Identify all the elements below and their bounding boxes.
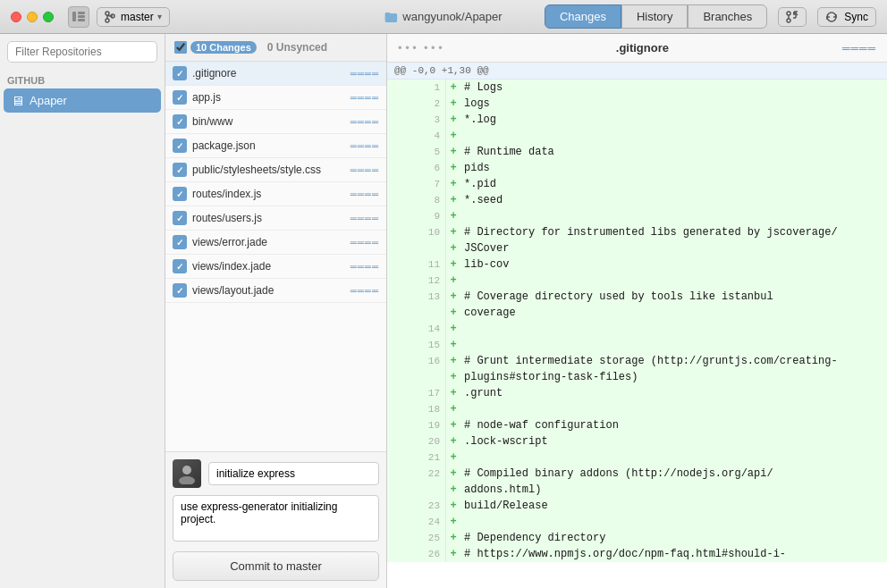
diff-gutter-right: 23 <box>414 498 446 514</box>
tab-history[interactable]: History <box>621 4 688 29</box>
file-item-views-index[interactable]: views/index.jade ════ <box>165 255 386 279</box>
diff-gutter-left <box>387 337 414 353</box>
file-item-routes-users[interactable]: routes/users.js ════ <box>165 206 386 231</box>
diff-sign: + <box>446 192 460 208</box>
diff-action-dots[interactable]: ════ <box>842 42 876 55</box>
diff-sign: + <box>446 417 460 433</box>
filter-repositories-input[interactable] <box>7 41 157 63</box>
file-dots-appjs: ════ <box>351 93 379 103</box>
commit-summary-input[interactable] <box>208 462 379 485</box>
file-item-packagejson[interactable]: package.json ════ <box>165 134 386 158</box>
diff-gutter-right: 2 <box>414 96 446 112</box>
monitor-icon: 🖥 <box>11 93 24 108</box>
diff-gutter-right: 8 <box>414 192 446 208</box>
minimize-button[interactable] <box>27 12 38 22</box>
tab-changes[interactable]: Changes <box>545 4 621 29</box>
main-content: GitHub 🖥 Apaper 10 Changes 0 Unsynced .g… <box>0 34 887 588</box>
sync-button[interactable]: Sync <box>817 7 876 27</box>
commit-to-master-button[interactable]: Commit to master <box>173 551 379 581</box>
branch-selector[interactable]: master ▾ <box>97 7 170 27</box>
diff-gutter-right: 21 <box>414 449 446 466</box>
titlebar: master ▾ wangyunok/Apaper Changes Histor… <box>0 0 887 34</box>
diff-code: # Logs <box>460 80 887 96</box>
diff-sign: + <box>446 128 460 144</box>
diff-row: 13+# Coverage directory used by tools li… <box>387 289 887 305</box>
file-name-viewserror: views/error.jade <box>192 236 345 248</box>
diff-row: 4+ <box>387 128 887 144</box>
diff-sign: + <box>446 112 460 128</box>
diff-code: .grunt <box>460 385 887 401</box>
file-item-gitignore[interactable]: .gitignore ════ <box>165 62 386 86</box>
diff-row: 9+ <box>387 208 887 224</box>
close-button[interactable] <box>11 12 21 22</box>
sidebar-item-apaper[interactable]: 🖥 Apaper <box>4 88 161 113</box>
diff-gutter-left <box>387 498 414 514</box>
diff-code: # Runtime data <box>460 144 887 160</box>
diff-gutter-left <box>387 112 414 128</box>
titlebar-center: wangyunok/Apaper <box>384 10 502 23</box>
diff-row: 17+.grunt <box>387 385 887 401</box>
file-checkbox-gitignore[interactable] <box>173 66 187 80</box>
diff-sign: + <box>446 514 460 530</box>
file-checkbox-routesindex[interactable] <box>173 187 187 201</box>
diff-gutter-left <box>387 546 414 562</box>
diff-gutter-right: 3 <box>414 112 446 128</box>
commit-header <box>173 459 379 488</box>
diff-sign: + <box>446 305 460 321</box>
diff-content[interactable]: @@ -0,0 +1,30 @@ 1+# Logs2+logs3+*.log4+… <box>387 63 887 588</box>
diff-rows-container: 1+# Logs2+logs3+*.log4+5+# Runtime data6… <box>387 80 887 562</box>
file-checkbox-routesusers[interactable] <box>173 211 187 225</box>
diff-gutter-right: 7 <box>414 176 446 192</box>
diff-gutter-left <box>387 401 414 417</box>
file-item-style-css[interactable]: public/stylesheets/style.css ════ <box>165 158 386 182</box>
file-item-views-error[interactable]: views/error.jade ════ <box>165 231 386 255</box>
file-checkbox-packagejson[interactable] <box>173 139 187 153</box>
diff-row: 11+lib-cov <box>387 256 887 273</box>
tab-branches[interactable]: Branches <box>688 4 767 29</box>
diff-gutter-right: 5 <box>414 144 446 160</box>
tab-10-changes[interactable]: 10 Changes <box>174 41 257 54</box>
commit-description-input[interactable]: use express-generator initializing proje… <box>173 495 379 542</box>
select-all-checkbox[interactable] <box>174 41 187 54</box>
pr-icon <box>786 11 798 23</box>
file-name-packagejson: package.json <box>192 139 345 152</box>
diff-code <box>460 273 887 289</box>
diff-gutter-left <box>387 321 414 337</box>
file-item-binwww[interactable]: bin/www ════ <box>165 110 386 134</box>
file-item-routes-index[interactable]: routes/index.js ════ <box>165 182 386 206</box>
sidebar-section-github: GitHub <box>0 70 165 88</box>
file-checkbox-viewsindex[interactable] <box>173 259 187 273</box>
file-checkbox-appjs[interactable] <box>173 90 187 105</box>
diff-row: +JSCover <box>387 240 887 256</box>
tab-unsynced[interactable]: 0 Unsynced <box>267 41 327 54</box>
diff-code <box>460 321 887 337</box>
diff-code: build/Release <box>460 498 887 514</box>
diff-code: *.pid <box>460 176 887 192</box>
file-checkbox-binwww[interactable] <box>173 114 187 129</box>
file-checkbox-viewslayout[interactable] <box>173 283 187 298</box>
diff-row: 14+ <box>387 321 887 337</box>
diff-sign: + <box>446 273 460 289</box>
svg-point-16 <box>179 476 195 484</box>
diff-gutter-left <box>387 224 414 240</box>
diff-row: 23+build/Release <box>387 498 887 514</box>
diff-gutter-left <box>387 289 414 305</box>
diff-sign: + <box>446 369 460 385</box>
diff-gutter-left <box>387 466 414 482</box>
file-checkbox-stylecss[interactable] <box>173 163 187 177</box>
file-checkbox-viewserror[interactable] <box>173 235 187 249</box>
pr-button[interactable] <box>778 7 807 27</box>
svg-rect-1 <box>78 12 85 14</box>
diff-code: plugins#storing-task-files) <box>460 369 887 385</box>
maximize-button[interactable] <box>43 12 54 22</box>
diff-gutter-left <box>387 417 414 433</box>
diff-sign: + <box>446 96 460 112</box>
diff-sign: + <box>446 385 460 401</box>
diff-gutter-right: 11 <box>414 256 446 273</box>
diff-gutter-left <box>387 96 414 112</box>
sidebar-toggle-button[interactable] <box>68 6 89 28</box>
diff-ellipsis-left: • • • <box>398 41 417 55</box>
file-item-views-layout[interactable]: views/layout.jade ════ <box>165 279 386 303</box>
diff-sign: + <box>446 337 460 353</box>
file-item-appjs[interactable]: app.js ════ <box>165 86 386 110</box>
